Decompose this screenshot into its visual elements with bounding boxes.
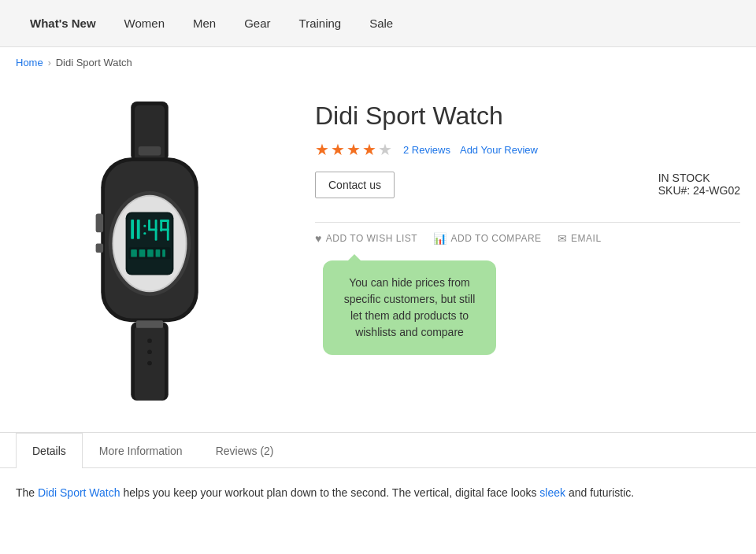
tabs-bar: DetailsMore InformationReviews (2) <box>0 433 756 468</box>
stock-status: IN STOCK <box>658 172 740 184</box>
navigation: What's NewWomenMenGearTrainingSale <box>0 0 756 47</box>
svg-rect-13 <box>137 220 140 239</box>
nav-item-sale[interactable]: Sale <box>355 10 407 36</box>
compare-icon: 📊 <box>433 232 447 245</box>
breadcrumb-separator: › <box>48 57 51 68</box>
svg-point-32 <box>147 349 152 354</box>
tabs-section: DetailsMore InformationReviews (2) The D… <box>0 432 756 517</box>
email-label: EMAIL <box>571 233 602 244</box>
tab-details[interactable]: Details <box>16 433 83 468</box>
sku-value: 24-WG02 <box>693 184 740 197</box>
tab-content-text: The Didi Sport Watch helps you keep your… <box>16 486 634 499</box>
svg-rect-34 <box>136 320 163 328</box>
compare-label: ADD TO COMPARE <box>451 233 542 244</box>
svg-rect-2 <box>139 146 161 155</box>
add-review-link[interactable]: Add Your Review <box>460 144 538 156</box>
product-image <box>55 102 244 401</box>
tab-reviews[interactable]: Reviews (2) <box>199 433 291 468</box>
product-details: Didi Sport Watch ★★★★★ 2 Reviews Add You… <box>315 94 740 401</box>
breadcrumb-home[interactable]: Home <box>16 57 43 68</box>
svg-rect-5 <box>96 214 104 233</box>
svg-rect-6 <box>96 244 104 253</box>
wishlist-label: ADD TO WISH LIST <box>326 233 417 244</box>
email-icon: ✉ <box>558 232 568 245</box>
svg-rect-25 <box>139 249 146 257</box>
tooltip-bubble: You can hide prices from specific custom… <box>323 260 740 355</box>
svg-rect-22 <box>160 229 169 231</box>
tooltip-text: You can hide prices from specific custom… <box>323 260 496 355</box>
nav-item-women[interactable]: Women <box>110 10 179 36</box>
svg-rect-24 <box>131 249 137 257</box>
reviews-link[interactable]: 2 Reviews <box>403 144 450 156</box>
svg-point-31 <box>147 338 152 343</box>
svg-rect-16 <box>148 220 150 229</box>
svg-rect-12 <box>131 220 134 239</box>
svg-rect-28 <box>162 249 165 257</box>
product-name-highlight: Didi Sport Watch <box>38 486 120 499</box>
svg-rect-27 <box>156 249 161 257</box>
divider <box>315 222 740 223</box>
action-row: ♥ ADD TO WISH LIST 📊 ADD TO COMPARE ✉ EM… <box>315 232 740 245</box>
product-area: Didi Sport Watch ★★★★★ 2 Reviews Add You… <box>0 78 756 432</box>
rating-row: ★★★★★ 2 Reviews Add Your Review <box>315 140 740 159</box>
product-title: Didi Sport Watch <box>315 102 740 131</box>
svg-rect-26 <box>147 249 154 257</box>
sku: SKU#: 24-WG02 <box>658 184 740 197</box>
sku-label: SKU#: <box>658 184 690 197</box>
svg-rect-14 <box>143 225 146 227</box>
stock-sku-info: IN STOCK SKU#: 24-WG02 <box>658 172 740 197</box>
contact-stock-row: Contact us IN STOCK SKU#: 24-WG02 <box>315 172 740 209</box>
add-to-wishlist-action[interactable]: ♥ ADD TO WISH LIST <box>315 232 417 245</box>
breadcrumb: Home › Didi Sport Watch <box>0 47 756 78</box>
contact-us-button[interactable]: Contact us <box>315 172 395 198</box>
svg-rect-18 <box>155 220 158 241</box>
breadcrumb-current: Didi Sport Watch <box>56 57 132 68</box>
add-to-compare-action[interactable]: 📊 ADD TO COMPARE <box>433 232 542 245</box>
nav-item-training[interactable]: Training <box>285 10 356 36</box>
sleek-highlight: sleek <box>539 486 565 499</box>
nav-item-gear[interactable]: Gear <box>230 10 284 36</box>
svg-point-33 <box>147 361 152 366</box>
product-image-container <box>16 94 284 401</box>
tab-more-info[interactable]: More Information <box>83 433 199 468</box>
svg-rect-15 <box>143 232 146 235</box>
email-action[interactable]: ✉ EMAIL <box>558 232 602 245</box>
heart-icon: ♥ <box>315 232 322 245</box>
star-rating: ★★★★★ <box>315 140 394 159</box>
nav-item-men[interactable]: Men <box>179 10 230 36</box>
nav-item-whats-new[interactable]: What's New <box>16 10 110 36</box>
tab-content: The Didi Sport Watch helps you keep your… <box>0 468 756 517</box>
